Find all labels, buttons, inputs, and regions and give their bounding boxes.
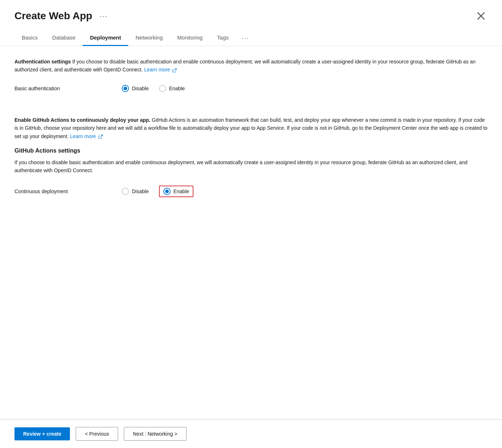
title-group: Create Web App ··· [14,10,110,22]
basic-auth-label: Basic authentication [14,86,87,91]
auth-description: Authentication settings If you choose to… [14,58,488,74]
basic-auth-enable-radio[interactable] [159,85,166,92]
close-icon [477,12,485,20]
basic-auth-field-row: Basic authentication Disable Enable [14,81,488,96]
basic-auth-disable-label: Disable [132,86,149,91]
basic-auth-enable-label: Enable [169,86,185,91]
tab-deployment[interactable]: Deployment [83,31,128,46]
dialog-title: Create Web App [14,10,92,22]
continuous-deployment-enable-option[interactable]: Enable [159,186,194,197]
basic-auth-disable-option[interactable]: Disable [122,85,149,92]
github-description: Enable GitHub Actions to continuously de… [14,116,488,140]
continuous-deployment-field-row: Continuous deployment Disable Enable [14,182,488,201]
tab-basics[interactable]: Basics [14,31,45,46]
github-actions-section: Enable GitHub Actions to continuously de… [14,116,488,201]
close-button[interactable] [474,11,488,21]
basic-auth-radio-group: Disable Enable [122,85,185,92]
basic-auth-enable-option[interactable]: Enable [159,85,185,92]
tab-tags[interactable]: Tags [210,31,236,46]
github-actions-description: If you choose to disable basic authentic… [14,158,488,175]
continuous-deployment-disable-label: Disable [132,188,149,194]
continuous-deployment-disable-radio[interactable] [122,188,129,195]
basic-auth-disable-radio[interactable] [122,85,129,92]
review-create-button[interactable]: Review + create [14,427,70,440]
external-link-icon [172,68,177,72]
tab-networking[interactable]: Networking [128,31,170,46]
previous-button[interactable]: < Previous [76,427,118,441]
continuous-deployment-radio-group: Disable Enable [122,186,193,197]
continuous-deployment-enable-radio[interactable] [163,188,171,195]
dialog-header: Create Web App ··· [0,0,502,28]
tab-database[interactable]: Database [45,31,83,46]
continuous-deployment-enable-label: Enable [173,188,189,194]
github-description-bold: Enable GitHub Actions to continuously de… [14,117,150,123]
auth-description-text: If you choose to disable basic authentic… [14,59,476,72]
auth-description-bold: Authentication settings [14,59,71,65]
footer: Review + create < Previous Next : Networ… [0,419,502,448]
continuous-deployment-label: Continuous deployment [14,188,87,194]
auth-learn-more-link[interactable]: Learn more [144,67,177,72]
github-learn-more-link[interactable]: Learn more [70,133,103,139]
github-actions-settings-title: GitHub Actions settings [14,148,488,154]
tabs-container: Basics Database Deployment Networking Mo… [0,30,502,46]
main-content: Authentication settings If you choose to… [0,46,502,419]
create-web-app-dialog: Create Web App ··· Basics Database Deplo… [0,0,502,448]
continuous-deployment-disable-option[interactable]: Disable [122,188,149,195]
header-more-options-button[interactable]: ··· [97,11,111,21]
tabs-more-button[interactable]: ··· [237,31,254,46]
next-networking-button[interactable]: Next : Networking > [124,427,187,441]
external-link-icon-2 [99,134,103,139]
tab-monitoring[interactable]: Monitoring [170,31,210,46]
auth-settings-section: Authentication settings If you choose to… [14,58,488,96]
